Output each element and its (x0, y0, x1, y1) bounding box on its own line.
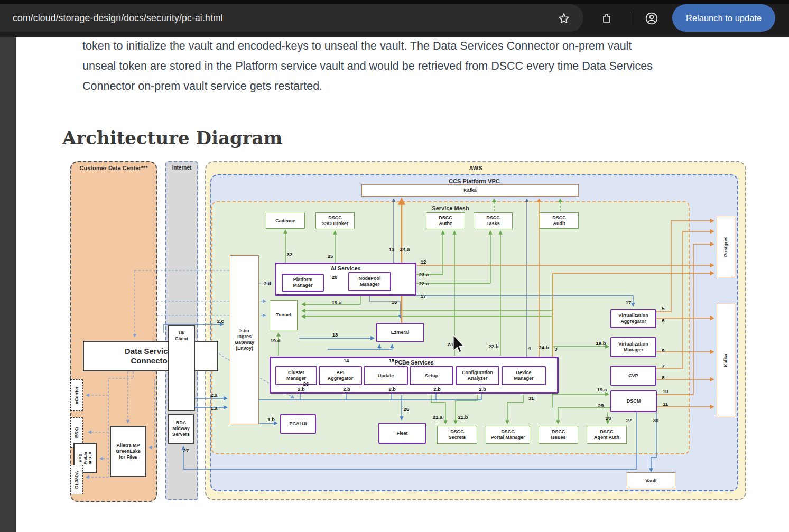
node-vcenter: vCenter (70, 379, 83, 411)
container-label-customer-data-center: Customer Data Center*** (71, 162, 156, 171)
edge-label: 2.c (217, 318, 224, 324)
node-api-aggregator: API Aggregator (319, 366, 362, 385)
container-label-aws: AWS (206, 162, 745, 171)
edge-label: 3 (554, 346, 557, 352)
edge-label: 20 (332, 274, 338, 280)
container-label-service-mesh: Service Mesh (212, 202, 689, 211)
edge-label: 27 (183, 447, 189, 453)
edge-label: 6 (662, 318, 664, 323)
node-tunnel: Tunnel (270, 300, 298, 330)
node-data-services-connector: Data Services Connector (83, 341, 218, 371)
edge-label: 30 (653, 417, 659, 423)
edge-label: 4 (528, 345, 531, 351)
edge-label: 2.b (388, 386, 396, 392)
edge-label: 14 (344, 358, 349, 363)
edge-label: 19.d (270, 338, 280, 343)
edge-label: 28 (606, 415, 611, 421)
node-dscc-authz: DSCC Authz (426, 212, 465, 229)
edge-label: 27 (626, 417, 632, 423)
edge-label: 17 (626, 300, 632, 305)
edge-label: 1.b (267, 416, 275, 422)
edge-label: 29 (598, 403, 604, 408)
edge-label: 22.b (488, 343, 498, 349)
node-kafka-top: Kafka (361, 184, 579, 197)
node-pcai-ui: PCAI UI (280, 414, 316, 434)
edge-label: 21.a (433, 414, 443, 420)
node-cluster-manager: Cluster Manager (275, 366, 317, 385)
node-nodepool-manager: NodePool Manager (348, 272, 391, 291)
edge-label: 19.c (597, 387, 607, 393)
node-update: Update (364, 366, 408, 385)
edge-label: 26 (303, 381, 309, 387)
edge-label: 23.a (419, 272, 429, 277)
container-label-ccs-platform-vpc: CCS Platform VPC (211, 175, 737, 184)
edge-label: 2.b (479, 386, 486, 392)
node-rda-midway-servers: RDA Midway Servers (168, 414, 194, 444)
node-virtualization-aggregator: Virtualization Aggregator (610, 309, 656, 328)
node-dscm: DSCM (610, 390, 657, 412)
architecture-diagram: Customer Data Center***InternetAWSCCS Pl… (0, 0, 789, 532)
node-postgres: Postgres (717, 216, 735, 277)
node-ui-client: UI/ Client (168, 325, 195, 411)
node-platform-manager: Platform Manager (282, 274, 324, 292)
edge-label: 26 (404, 406, 410, 412)
edge-label: 10 (663, 388, 669, 394)
edge-label: 2.b (298, 386, 305, 392)
node-cvp: CVP (610, 366, 656, 386)
edge-label: 19.a (332, 300, 342, 305)
edge-label: 21.b (458, 414, 468, 420)
edge-label: 13 (389, 247, 395, 253)
node-configuration-analyzer: Configuration Analyzer (456, 366, 499, 385)
node-dscc-secrets: DSCC Secrets (437, 426, 477, 444)
edge-label: 25 (328, 253, 333, 259)
node-dscc-agent-auth: DSCC Agent Auth (587, 426, 627, 444)
edge-label: 5 (662, 305, 664, 311)
edge-label: 2.d (264, 281, 271, 286)
node-fleet: Fleet (378, 423, 426, 444)
node-dl380a: DL380A (70, 465, 83, 494)
node-device-manager: Device Manager (502, 366, 546, 385)
edge-label: 16 (392, 299, 397, 305)
node-dscc-issues: DSCC Issues (539, 426, 578, 444)
edge-label: 1.a (210, 405, 217, 411)
node-virtualization-manager: Virtualization Manager (610, 337, 656, 357)
edge-label: 2.a (210, 392, 217, 398)
node-dscc-sso-broker: DSCC SSO Broker (315, 212, 355, 229)
node-ezmeral: Ezmeral (376, 323, 424, 342)
edge-label: 32 (287, 251, 293, 257)
edge-label: 2.b (433, 386, 441, 392)
edge-label: 8 (662, 375, 664, 380)
edge-label: 17 (421, 293, 426, 299)
edge-label: 9 (662, 348, 664, 353)
node-vault: Vault (627, 472, 675, 489)
edge-label: 12 (421, 259, 426, 265)
edge-label: 24.a (400, 246, 410, 252)
edge-label: 18 (332, 332, 338, 338)
edge-label: 23.b (447, 341, 457, 347)
edge-label: 22.a (419, 281, 429, 286)
node-istio-ingres-gateway: Istio Ingres Gateway (Envoy) (230, 255, 259, 424)
node-dscc-portal-manager: DSCC Portal Manager (486, 426, 530, 444)
edge-label: 15 (389, 358, 395, 363)
edge-label: 2.b (343, 386, 350, 392)
edge-label: 31 (528, 395, 534, 401)
edge-label: 24.b (539, 344, 549, 350)
node-cadence: Cadence (266, 213, 305, 229)
node-setup: Setup (410, 366, 453, 385)
node-alletra-mp-greenlake: Alletra MP GreenLake for Files (110, 426, 146, 477)
edge-label: 19.b (596, 340, 606, 346)
node-kafka-right: Kafka (717, 304, 735, 417)
edge-label: 7 (662, 363, 664, 369)
node-dscc-audit: DSCC Audit (540, 212, 579, 229)
node-dscc-tasks: DSCC Tasks (474, 212, 513, 229)
edge-label: 11 (663, 401, 668, 407)
container-label-internet: Internet (166, 162, 197, 171)
